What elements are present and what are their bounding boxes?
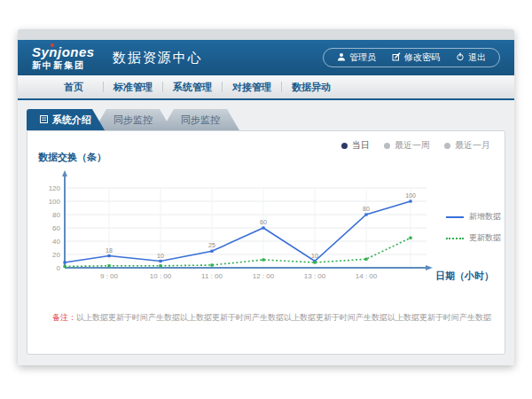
data-point: [409, 200, 411, 202]
change-password-button[interactable]: 修改密码: [384, 51, 448, 64]
radio-last-week-label: 最近一周: [395, 139, 430, 152]
svg-text:60: 60: [52, 224, 60, 232]
svg-text:100: 100: [49, 198, 61, 206]
data-point: [107, 264, 110, 267]
logout-button[interactable]: 退出: [448, 51, 494, 64]
chart-svg: 0204060801001209 : 0010 : 0011 : 0012 : …: [36, 167, 480, 291]
legend-line-swatch: [446, 216, 464, 218]
svg-text:11 : 00: 11 : 00: [201, 272, 223, 280]
radio-dot: [444, 143, 450, 149]
svg-text:9 : 00: 9 : 00: [100, 272, 119, 280]
legend-update-data-label: 更新数据: [469, 232, 501, 244]
svg-text:60: 60: [260, 219, 267, 225]
nav-item-home[interactable]: 首页: [44, 81, 103, 94]
x-axis-title: 日期（小时）: [435, 270, 494, 283]
data-point: [364, 213, 367, 215]
legend-new-data-label: 新增数据: [469, 211, 501, 223]
footnote-text: 以上数据更新于时间产生数据以上数据更新于时间产生数据以上数据更新于时间产生数据以…: [76, 313, 492, 322]
power-icon: [456, 52, 465, 63]
tab-sync-monitor-2-label: 同步监控: [181, 113, 220, 127]
radio-today[interactable]: 当日: [341, 139, 370, 152]
svg-text:10: 10: [311, 253, 318, 259]
nav-item-standard-mgmt[interactable]: 标准管理: [104, 81, 162, 94]
page-title: 数据资源中心: [113, 50, 203, 66]
chart-panel: 当日 最近一周 最近一月 数据交换（条） 0204060801001209 : …: [27, 130, 505, 355]
user-menu-admin-label: 管理员: [349, 51, 376, 64]
radio-last-month-label: 最近一月: [455, 139, 490, 152]
legend-item-update-data[interactable]: 更新数据: [446, 232, 501, 244]
logo-company: 新中新集团: [32, 60, 95, 70]
svg-text:20: 20: [52, 251, 60, 259]
tab-sync-monitor-2[interactable]: 同步监控: [161, 109, 239, 130]
svg-text:0: 0: [57, 264, 61, 272]
data-point: [210, 250, 213, 253]
tab-sync-monitor-1-label: 同步监控: [113, 113, 153, 127]
edit-icon: [392, 52, 401, 63]
window-top-strip: [18, 29, 514, 40]
radio-dot: [341, 143, 348, 149]
logo: Synjones 新中新集团: [32, 45, 95, 70]
app-header: Synjones 新中新集团 数据资源中心 管理员 修改密码 退出: [18, 40, 514, 75]
logo-brand: Synjones: [32, 45, 95, 60]
user-menu: 管理员 修改密码 退出: [323, 48, 500, 67]
svg-text:10 : 00: 10 : 00: [150, 272, 172, 280]
svg-text:12 : 00: 12 : 00: [253, 272, 275, 280]
chart-legend: 新增数据 更新数据: [446, 211, 501, 244]
tab-sync-monitor-1[interactable]: 同步监控: [94, 109, 172, 130]
user-icon: [337, 52, 346, 63]
svg-text:13 : 00: 13 : 00: [304, 272, 326, 280]
radio-last-week[interactable]: 最近一周: [384, 139, 430, 152]
data-point: [409, 237, 411, 239]
change-password-label: 修改密码: [404, 51, 440, 64]
data-point: [159, 264, 161, 267]
data-point: [313, 261, 316, 263]
tab-system-intro-label: 系统介绍: [52, 113, 91, 127]
series-line-新增数据: [65, 201, 411, 262]
tab-system-intro[interactable]: 系统介绍: [27, 109, 105, 130]
nav-item-data-change[interactable]: 数据异动: [282, 81, 340, 94]
content-area: 系统介绍 同步监控 同步监控 当日 最近一周: [18, 100, 514, 365]
svg-text:18: 18: [106, 247, 113, 254]
time-range-radios: 当日 最近一周 最近一月: [341, 139, 490, 152]
user-menu-admin[interactable]: 管理员: [329, 51, 384, 64]
radio-today-label: 当日: [352, 139, 370, 152]
data-point: [63, 261, 66, 263]
svg-text:14 : 00: 14 : 00: [356, 272, 378, 280]
radio-dot: [384, 143, 390, 149]
series-line-更新数据: [65, 238, 411, 266]
tab-bar: 系统介绍 同步监控 同步监控: [27, 109, 239, 130]
data-point: [262, 258, 264, 261]
legend-item-new-data[interactable]: 新增数据: [446, 211, 501, 223]
data-point: [107, 254, 110, 257]
data-point: [210, 263, 213, 266]
data-point: [262, 226, 264, 229]
svg-text:25: 25: [208, 242, 215, 248]
svg-text:80: 80: [52, 211, 60, 219]
app-window: Synjones 新中新集团 数据资源中心 管理员 修改密码 退出: [18, 29, 514, 365]
y-axis-title: 数据交换（条）: [38, 151, 106, 164]
svg-text:120: 120: [49, 184, 61, 192]
main-nav: 首页 标准管理 系统管理 对接管理 数据异动: [18, 75, 514, 100]
svg-text:80: 80: [363, 206, 370, 212]
exchange-line-chart: 0204060801001209 : 0010 : 0011 : 0012 : …: [36, 167, 480, 291]
svg-text:100: 100: [405, 192, 416, 199]
data-point: [364, 258, 367, 261]
footnote: 备注：以上数据更新于时间产生数据以上数据更新于时间产生数据以上数据更新于时间产生…: [52, 312, 492, 324]
svg-text:10: 10: [157, 253, 164, 259]
nav-item-system-mgmt[interactable]: 系统管理: [163, 81, 222, 94]
document-icon: [40, 114, 48, 125]
svg-text:40: 40: [52, 238, 60, 246]
footnote-label: 备注：: [52, 313, 76, 322]
data-point: [63, 265, 66, 268]
nav-item-interface-mgmt[interactable]: 对接管理: [223, 81, 281, 94]
logout-label: 退出: [468, 51, 486, 64]
radio-last-month[interactable]: 最近一月: [444, 139, 490, 152]
data-point: [159, 260, 161, 262]
legend-line-swatch: [446, 238, 464, 239]
